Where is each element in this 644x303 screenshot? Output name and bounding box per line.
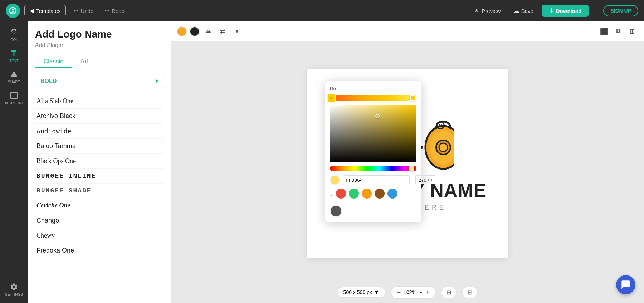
gradient-thumb[interactable] (410, 95, 416, 101)
hex-color-preview (330, 175, 340, 185)
sidebar-item-shape[interactable]: SHAPE (0, 67, 28, 87)
top-navigation: ◀ Templates ↩ Undo ↪ Redo 👁 Preview ☁ Sa… (0, 0, 644, 21)
saturation-box[interactable] (330, 105, 416, 162)
font-item-chango[interactable]: Chango (35, 213, 164, 228)
align-button[interactable]: ⊟ (462, 287, 478, 298)
tab-row: Classic Art (35, 56, 164, 68)
preset-red[interactable] (336, 189, 346, 199)
toolbar-right-icons: ⬛ ⧉ 🗑 (598, 26, 638, 37)
flip-icon[interactable]: ⛰ (203, 26, 214, 37)
cp-title: Do (330, 86, 336, 91)
shape-icon (10, 70, 18, 79)
font-item-black-ops-one[interactable]: Black Ops One (35, 154, 164, 169)
svg-point-1 (12, 9, 14, 10)
hex-row: 270 ⬆⬇ (330, 175, 416, 185)
style-select[interactable]: BOLD (35, 74, 164, 88)
text-icon (10, 49, 18, 58)
sidebar-item-settings-label: SETTINGS (5, 293, 23, 297)
canvas-size-label: 500 x 500 px (343, 289, 372, 295)
add-preset-btn[interactable]: + (330, 192, 334, 199)
font-item-audiowide[interactable]: Audiowide (35, 124, 164, 139)
opacity-arrows[interactable]: ⬆⬇ (427, 178, 433, 182)
signup-button[interactable]: SIGN UP (603, 5, 638, 16)
preset-blue[interactable] (387, 189, 397, 199)
font-item-fredoka-one[interactable]: Fredoka One (35, 243, 164, 258)
layers-icon[interactable]: ⬛ (598, 26, 610, 37)
primary-color-swatch[interactable] (177, 26, 187, 36)
app-logo (6, 4, 20, 18)
cp-presets-add-row: + (330, 189, 416, 202)
download-button[interactable]: ⬇ Download (542, 5, 589, 17)
font-item-bungee-inline[interactable]: BUNGEE INLINE (35, 169, 164, 184)
preview-button[interactable]: 👁 Preview (470, 6, 505, 16)
style-select-wrapper: BOLD ▼ (35, 74, 164, 88)
font-item-bungee-shade[interactable]: BUNGEE SHADE (35, 184, 164, 198)
settings-icon (10, 283, 18, 291)
size-selector[interactable]: 500 x 500 px ▼ (337, 287, 385, 298)
zoom-dropdown-icon: ▼ (419, 290, 423, 294)
canvas-content: Do + (171, 41, 644, 285)
zoom-out-button[interactable]: − (397, 289, 401, 296)
effects-icon[interactable]: ✦ (231, 26, 243, 37)
svg-point-15 (439, 143, 448, 152)
svg-rect-2 (11, 92, 17, 99)
font-item-ceviche-one[interactable]: Ceviche One (35, 198, 164, 213)
hue-strip[interactable] (330, 166, 416, 171)
icon-icon (10, 28, 18, 36)
delete-icon[interactable]: 🗑 (627, 26, 638, 37)
tab-art[interactable]: Art (72, 56, 97, 68)
panel-subtitle: Add Slogan (35, 42, 164, 49)
canvas-toolbar: ⛰ ⇄ ✦ ⬛ ⧉ 🗑 (171, 21, 644, 41)
templates-button[interactable]: ◀ Templates (24, 5, 66, 16)
font-item-archivo-black[interactable]: Archivo Black (35, 109, 164, 124)
cp-bottom-color-swatch[interactable] (330, 205, 342, 217)
opacity-value: 270 (419, 177, 426, 183)
sidebar-item-settings[interactable]: SETTINGS (0, 280, 28, 299)
sidebar-item-text[interactable]: TEXT (0, 46, 28, 66)
tab-classic[interactable]: Classic (35, 56, 72, 68)
add-gradient-stop-button[interactable]: + (328, 94, 335, 102)
preset-brown[interactable] (375, 189, 385, 199)
color-presets (336, 189, 397, 199)
undo-button[interactable]: ↩ Undo (70, 5, 97, 16)
preset-green[interactable] (349, 189, 359, 199)
color-picker-popup: Do + (325, 81, 421, 222)
sidebar-item-icon[interactable]: ICON (0, 25, 28, 45)
main-body: ICON TEXT SHAPE BKGROUND SETTI (0, 21, 644, 303)
svg-text:C: C (439, 123, 442, 128)
flip-horizontal-icon[interactable]: ⇄ (217, 26, 228, 37)
font-item-alfa-slab-one[interactable]: Alfa Slab One (35, 94, 164, 109)
opacity-input[interactable]: 270 ⬆⬇ (415, 175, 436, 185)
templates-label: Templates (36, 8, 60, 14)
eye-icon: 👁 (474, 8, 479, 14)
secondary-color-swatch[interactable] (190, 26, 200, 36)
font-item-baloo-tamma[interactable]: Baloo Tamma (35, 139, 164, 154)
background-icon (10, 91, 18, 100)
duplicate-icon[interactable]: ⧉ (613, 26, 624, 37)
preset-orange[interactable] (362, 189, 372, 199)
redo-button[interactable]: ↪ Redo (101, 5, 128, 16)
saturation-thumb[interactable] (375, 114, 380, 118)
chevron-down-icon: ▼ (154, 78, 160, 84)
chat-icon (621, 280, 631, 290)
sidebar-item-bkground[interactable]: BKGROUND (0, 88, 28, 108)
chat-bubble-button[interactable] (616, 275, 635, 294)
icon-sidebar: ICON TEXT SHAPE BKGROUND SETTI (0, 21, 28, 303)
panel-title: Add Logo Name (35, 29, 164, 40)
nav-divider (596, 5, 596, 16)
download-icon: ⬇ (549, 8, 554, 14)
zoom-in-button[interactable]: + (426, 289, 430, 296)
font-panel: Add Logo Name Add Slogan Classic Art BOL… (28, 21, 171, 303)
hue-thumb[interactable] (409, 166, 414, 171)
chevron-left-icon: ◀ (30, 8, 34, 14)
gradient-strip[interactable] (336, 95, 416, 101)
grid-button[interactable]: ⊞ (441, 287, 457, 298)
sidebar-item-text-label: TEXT (9, 59, 19, 63)
font-list: Alfa Slab One Archivo Black Audiowide Ba… (35, 94, 164, 296)
font-item-chewy[interactable]: Chewy (35, 228, 164, 243)
save-button[interactable]: ☁ Save (509, 5, 538, 16)
size-chevron-down-icon: ▼ (374, 289, 379, 295)
hex-input[interactable] (343, 175, 410, 185)
canvas-area: ⛰ ⇄ ✦ ⬛ ⧉ 🗑 Do + (171, 21, 644, 303)
zoom-control: − 102% ▼ + (391, 286, 436, 299)
